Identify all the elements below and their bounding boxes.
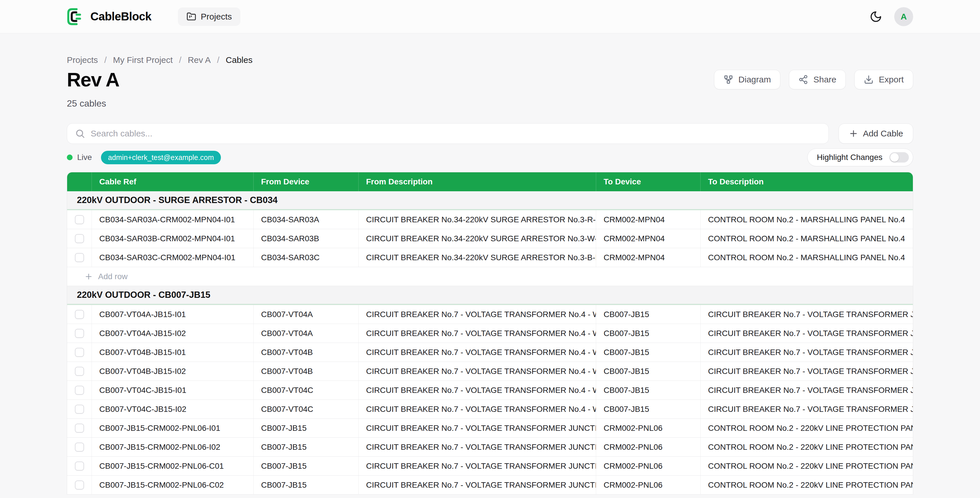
top-bar: CableBlock Projects A — [0, 0, 980, 34]
cell-cable-ref[interactable]: CB034-SAR03C-CRM002-MPN04-I01 — [92, 248, 254, 267]
cell-to-description[interactable]: CONTROL ROOM No.2 - MARSHALLING PANEL No… — [701, 229, 913, 248]
cell-cable-ref[interactable]: CB007-VT04B-JB15-I01 — [92, 343, 254, 362]
cell-from-device[interactable]: CB007-JB15 — [254, 476, 359, 494]
row-checkbox[interactable] — [75, 442, 84, 452]
row-checkbox[interactable] — [75, 386, 84, 395]
plus-icon — [84, 272, 93, 281]
cell-to-description[interactable]: CIRCUIT BREAKER No.7 - VOLTAGE TRANSFORM… — [701, 305, 913, 324]
main-content: Projects / My First Project / Rev A / Ca… — [0, 55, 980, 495]
table-row: CB007-JB15-CRM002-PNL06-I02 CB007-JB15 C… — [67, 438, 913, 456]
cell-from-description[interactable]: CIRCUIT BREAKER No.7 - VOLTAGE TRANSFORM… — [359, 400, 596, 418]
add-cable-button[interactable]: Add Cable — [838, 123, 913, 144]
cell-from-device[interactable]: CB034-SAR03B — [254, 229, 359, 248]
column-header-to-description: To Description — [701, 172, 913, 191]
row-checkbox[interactable] — [75, 480, 84, 490]
cell-cable-ref[interactable]: CB007-JB15-CRM002-PNL06-I01 — [92, 419, 254, 437]
cell-from-description[interactable]: CIRCUIT BREAKER No.7 - VOLTAGE TRANSFORM… — [359, 438, 596, 456]
cell-to-description[interactable]: CIRCUIT BREAKER No.7 - VOLTAGE TRANSFORM… — [701, 400, 913, 418]
breadcrumb-revision[interactable]: Rev A — [188, 55, 211, 65]
row-checkbox[interactable] — [75, 461, 84, 471]
cell-to-device[interactable]: CB007-JB15 — [596, 343, 701, 362]
diagram-button[interactable]: Diagram — [714, 70, 780, 89]
user-avatar[interactable]: A — [894, 7, 913, 26]
cell-cable-ref[interactable]: CB034-SAR03B-CRM002-MPN04-I01 — [92, 229, 254, 248]
cell-from-description[interactable]: CIRCUIT BREAKER No.7 - VOLTAGE TRANSFORM… — [359, 324, 596, 343]
cell-cable-ref[interactable]: CB007-VT04A-JB15-I02 — [92, 324, 254, 343]
nav-projects-button[interactable]: Projects — [178, 8, 240, 26]
cell-to-description[interactable]: CONTROL ROOM No.2 - 220kV LINE PROTECTIO… — [701, 419, 913, 437]
cell-cable-ref[interactable]: CB007-JB15-CRM002-PNL06-I02 — [92, 438, 254, 456]
cell-from-description[interactable]: CIRCUIT BREAKER No.7 - VOLTAGE TRANSFORM… — [359, 343, 596, 362]
export-button[interactable]: Export — [854, 70, 913, 89]
cell-from-description[interactable]: CIRCUIT BREAKER No.34-220kV SURGE ARREST… — [359, 210, 596, 229]
cell-cable-ref[interactable]: CB007-VT04C-JB15-I02 — [92, 400, 254, 418]
cell-from-description[interactable]: CIRCUIT BREAKER No.7 - VOLTAGE TRANSFORM… — [359, 419, 596, 437]
cell-to-device[interactable]: CB007-JB15 — [596, 400, 701, 418]
cell-from-device[interactable]: CB034-SAR03C — [254, 248, 359, 267]
row-checkbox[interactable] — [75, 310, 84, 319]
cell-to-device[interactable]: CRM002-MPN04 — [596, 210, 701, 229]
cell-from-description[interactable]: CIRCUIT BREAKER No.7 - VOLTAGE TRANSFORM… — [359, 456, 596, 475]
row-checkbox[interactable] — [75, 367, 84, 376]
cell-from-device[interactable]: CB007-VT04A — [254, 305, 359, 324]
cell-to-description[interactable]: CIRCUIT BREAKER No.7 - VOLTAGE TRANSFORM… — [701, 381, 913, 399]
cell-to-device[interactable]: CB007-JB15 — [596, 324, 701, 343]
cell-to-description[interactable]: CONTROL ROOM No.2 - 220kV LINE PROTECTIO… — [701, 456, 913, 475]
dark-mode-toggle-button[interactable] — [870, 10, 882, 23]
cell-from-description[interactable]: CIRCUIT BREAKER No.7 - VOLTAGE TRANSFORM… — [359, 476, 596, 494]
row-checkbox[interactable] — [75, 405, 84, 414]
cell-to-description[interactable]: CIRCUIT BREAKER No.7 - VOLTAGE TRANSFORM… — [701, 324, 913, 343]
cell-cable-ref[interactable]: CB007-JB15-CRM002-PNL06-C02 — [92, 476, 254, 494]
row-checkbox[interactable] — [75, 234, 84, 243]
highlight-changes-toggle[interactable] — [889, 152, 909, 163]
cell-to-device[interactable]: CB007-JB15 — [596, 381, 701, 399]
cell-from-device[interactable]: CB034-SAR03A — [254, 210, 359, 229]
cell-from-device[interactable]: CB007-VT04B — [254, 343, 359, 362]
folder-icon — [186, 12, 196, 22]
cell-to-description[interactable]: CIRCUIT BREAKER No.7 - VOLTAGE TRANSFORM… — [701, 362, 913, 380]
cell-cable-ref[interactable]: CB007-VT04A-JB15-I01 — [92, 305, 254, 324]
row-checkbox[interactable] — [75, 253, 84, 262]
cell-from-device[interactable]: CB007-VT04C — [254, 400, 359, 418]
cell-cable-ref[interactable]: CB007-JB15-CRM002-PNL06-C01 — [92, 456, 254, 475]
cell-to-description[interactable]: CONTROL ROOM No.2 - MARSHALLING PANEL No… — [701, 248, 913, 267]
cell-to-description[interactable]: CONTROL ROOM No.2 - 220kV LINE PROTECTIO… — [701, 476, 913, 494]
cell-from-description[interactable]: CIRCUIT BREAKER No.7 - VOLTAGE TRANSFORM… — [359, 305, 596, 324]
cell-from-description[interactable]: CIRCUIT BREAKER No.7 - VOLTAGE TRANSFORM… — [359, 362, 596, 380]
row-checkbox[interactable] — [75, 348, 84, 357]
add-row-button[interactable]: Add row — [67, 267, 913, 286]
breadcrumb-projects[interactable]: Projects — [67, 55, 98, 65]
cell-to-device[interactable]: CRM002-MPN04 — [596, 248, 701, 267]
cell-cable-ref[interactable]: CB007-VT04B-JB15-I02 — [92, 362, 254, 380]
moon-icon — [870, 10, 882, 23]
cell-to-device[interactable]: CB007-JB15 — [596, 305, 701, 324]
cell-to-device[interactable]: CRM002-PNL06 — [596, 419, 701, 437]
cell-to-device[interactable]: CRM002-PNL06 — [596, 476, 701, 494]
cell-from-device[interactable]: CB007-JB15 — [254, 438, 359, 456]
cell-from-device[interactable]: CB007-JB15 — [254, 456, 359, 475]
cell-to-device[interactable]: CRM002-PNL06 — [596, 456, 701, 475]
cell-from-device[interactable]: CB007-VT04C — [254, 381, 359, 399]
row-checkbox[interactable] — [75, 424, 84, 433]
cell-to-device[interactable]: CB007-JB15 — [596, 362, 701, 380]
cell-to-device[interactable]: CRM002-MPN04 — [596, 229, 701, 248]
cell-from-device[interactable]: CB007-VT04B — [254, 362, 359, 380]
breadcrumb-project[interactable]: My First Project — [113, 55, 173, 65]
search-input[interactable] — [67, 123, 829, 144]
cell-from-description[interactable]: CIRCUIT BREAKER No.34-220kV SURGE ARREST… — [359, 248, 596, 267]
cell-to-description[interactable]: CONTROL ROOM No.2 - MARSHALLING PANEL No… — [701, 210, 913, 229]
cell-cable-ref[interactable]: CB007-VT04C-JB15-I01 — [92, 381, 254, 399]
diagram-icon — [724, 75, 733, 85]
row-checkbox[interactable] — [75, 215, 84, 224]
cell-from-device[interactable]: CB007-VT04A — [254, 324, 359, 343]
table-row: CB007-JB15-CRM002-PNL06-C02 CB007-JB15 C… — [67, 476, 913, 495]
cell-from-description[interactable]: CIRCUIT BREAKER No.34-220kV SURGE ARREST… — [359, 229, 596, 248]
cell-to-device[interactable]: CRM002-PNL06 — [596, 438, 701, 456]
cell-from-description[interactable]: CIRCUIT BREAKER No.7 - VOLTAGE TRANSFORM… — [359, 381, 596, 399]
row-checkbox[interactable] — [75, 329, 84, 338]
cell-to-description[interactable]: CONTROL ROOM No.2 - 220kV LINE PROTECTIO… — [701, 438, 913, 456]
cell-to-description[interactable]: CIRCUIT BREAKER No.7 - VOLTAGE TRANSFORM… — [701, 343, 913, 362]
share-button[interactable]: Share — [789, 70, 846, 89]
cell-cable-ref[interactable]: CB034-SAR03A-CRM002-MPN04-I01 — [92, 210, 254, 229]
cell-from-device[interactable]: CB007-JB15 — [254, 419, 359, 437]
